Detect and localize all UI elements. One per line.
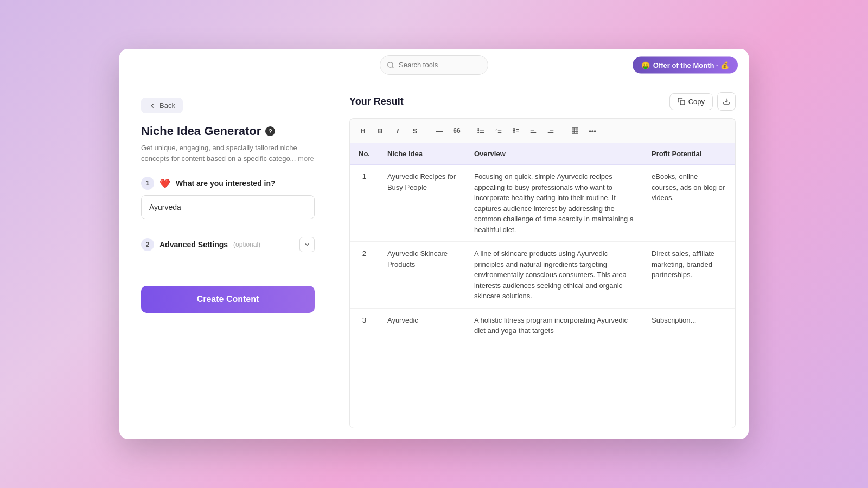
- align-right-icon: [547, 127, 554, 134]
- col-header-profit: Profit Potential: [643, 143, 735, 165]
- line-button[interactable]: —: [432, 123, 447, 138]
- results-table: No. Niche Idea Overview Profit Potential…: [350, 143, 735, 343]
- offer-button[interactable]: 🤑 Offer of the Month - 💰: [633, 56, 738, 73]
- back-button[interactable]: Back: [141, 98, 183, 113]
- checklist-icon: [512, 127, 520, 134]
- page-description: Get unique, engaging, and specially tail…: [141, 143, 315, 164]
- more-link[interactable]: more: [298, 155, 314, 163]
- cell-overview: A holistic fitness program incorporating…: [465, 308, 643, 343]
- font-size-button[interactable]: 66: [449, 123, 464, 138]
- svg-line-1: [392, 66, 394, 68]
- offer-label: Offer of the Month - 💰: [653, 61, 729, 69]
- help-icon[interactable]: ?: [265, 126, 275, 136]
- result-title: Your Result: [349, 96, 404, 107]
- cell-no: 2: [350, 242, 379, 309]
- bullet-list-icon: [477, 127, 485, 134]
- toolbar-separator-3: [563, 125, 563, 136]
- back-label: Back: [159, 101, 175, 110]
- copy-icon: [678, 98, 685, 105]
- step-1-label: 1 ❤️ What are you interested in?: [141, 177, 315, 190]
- page-title-text: Niche Idea Generator: [141, 124, 261, 138]
- advanced-settings-label: Advanced Settings: [159, 240, 228, 249]
- top-bar: 🤑 Offer of the Month - 💰: [119, 49, 749, 81]
- col-header-no: No.: [350, 143, 379, 165]
- col-header-overview: Overview: [465, 143, 643, 165]
- right-panel: Your Result Copy: [336, 81, 749, 439]
- adv-left: 2 Advanced Settings (optional): [141, 238, 260, 251]
- advanced-settings: 2 Advanced Settings (optional): [141, 230, 315, 259]
- step-1-number: 1: [141, 177, 154, 190]
- svg-point-8: [478, 130, 479, 131]
- download-button[interactable]: [717, 92, 736, 111]
- heading-button[interactable]: H: [355, 123, 371, 138]
- result-header: Your Result Copy: [349, 92, 736, 111]
- numbered-list-button[interactable]: [491, 123, 506, 138]
- step-2-block: 2 Advanced Settings (optional): [141, 230, 315, 259]
- heart-icon: ❤️: [159, 178, 170, 189]
- search-bar[interactable]: [380, 55, 488, 75]
- svg-rect-16: [513, 131, 515, 133]
- search-icon: [387, 61, 394, 69]
- align-left-button[interactable]: [526, 123, 541, 138]
- left-panel: Back Niche Idea Generator ? Get unique, …: [119, 81, 336, 439]
- numbered-list-icon: [495, 127, 502, 134]
- step-2-number: 2: [141, 238, 154, 251]
- more-options-button[interactable]: •••: [585, 123, 600, 138]
- advanced-settings-toggle[interactable]: [299, 237, 315, 252]
- table-header-row: No. Niche Idea Overview Profit Potential: [350, 143, 735, 165]
- bold-button[interactable]: B: [373, 123, 388, 138]
- table-row: 2 Ayurvedic Skincare Products A line of …: [350, 242, 735, 309]
- cell-niche: Ayurvedic Skincare Products: [379, 242, 465, 309]
- table-row: 1 Ayurvedic Recipes for Busy People Focu…: [350, 165, 735, 242]
- cell-no: 3: [350, 308, 379, 343]
- arrow-left-icon: [149, 102, 156, 110]
- table-row: 3 Ayurvedic A holistic fitness program i…: [350, 308, 735, 343]
- page-title-block: Niche Idea Generator ?: [141, 124, 315, 138]
- table-button[interactable]: [567, 123, 583, 138]
- toolbar-separator-1: [427, 125, 427, 136]
- cell-niche: Ayurvedic: [379, 308, 465, 343]
- cell-profit: Direct sales, affiliate marketing, brand…: [643, 242, 735, 309]
- bullet-list-button[interactable]: [474, 123, 489, 138]
- svg-point-0: [388, 62, 393, 67]
- checklist-button[interactable]: [508, 123, 524, 138]
- offer-icon: 🤑: [641, 61, 650, 69]
- search-input[interactable]: [399, 61, 475, 69]
- col-header-niche: Niche Idea: [379, 143, 465, 165]
- interest-input[interactable]: [141, 195, 315, 219]
- cell-profit: eBooks, online courses, ads on blog or v…: [643, 165, 735, 242]
- create-content-button[interactable]: Create Content: [141, 286, 315, 313]
- step-1-block: 1 ❤️ What are you interested in?: [141, 177, 315, 219]
- strikethrough-button[interactable]: S: [407, 123, 423, 138]
- optional-label: (optional): [233, 241, 260, 248]
- cell-overview: A line of skincare products using Ayurve…: [465, 242, 643, 309]
- result-actions: Copy: [669, 92, 736, 111]
- cell-niche: Ayurvedic Recipes for Busy People: [379, 165, 465, 242]
- svg-point-7: [478, 129, 479, 130]
- table-icon: [571, 127, 579, 134]
- svg-rect-23: [572, 128, 578, 134]
- svg-rect-2: [680, 100, 685, 105]
- download-icon: [723, 98, 730, 105]
- cell-no: 1: [350, 165, 379, 242]
- cell-profit: Subscription...: [643, 308, 735, 343]
- copy-button[interactable]: Copy: [669, 93, 713, 110]
- italic-button[interactable]: I: [390, 123, 405, 138]
- step-1-title: What are you interested in?: [176, 179, 276, 188]
- main-content: Back Niche Idea Generator ? Get unique, …: [119, 81, 749, 439]
- copy-label: Copy: [688, 98, 705, 106]
- chevron-down-icon: [304, 241, 310, 248]
- editor-toolbar: H B I S — 66: [349, 118, 736, 143]
- app-window: 🤑 Offer of the Month - 💰 Back Niche Idea…: [119, 49, 749, 439]
- results-table-wrapper: No. Niche Idea Overview Profit Potential…: [349, 143, 736, 428]
- cell-overview: Focusing on quick, simple Ayurvedic reci…: [465, 165, 643, 242]
- align-right-button[interactable]: [543, 123, 558, 138]
- align-left-icon: [529, 127, 537, 134]
- svg-point-9: [478, 132, 479, 133]
- toolbar-separator-2: [469, 125, 469, 136]
